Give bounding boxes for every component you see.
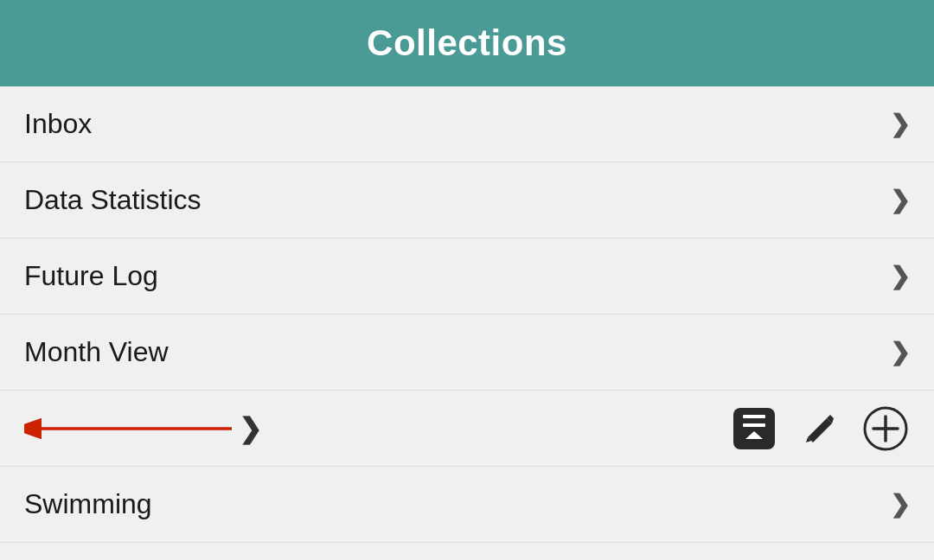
svg-rect-2 xyxy=(733,408,775,449)
list-item-future-log[interactable]: Future Log ❯ xyxy=(0,239,934,315)
inbox-button[interactable] xyxy=(730,404,778,453)
chevron-right-icon-inbox: ❯ xyxy=(890,110,910,138)
list-item-month-view[interactable]: Month View ❯ xyxy=(0,315,934,391)
chevron-right-icon-data-statistics: ❯ xyxy=(890,186,910,214)
nav-chevron-icon[interactable]: ❯ xyxy=(239,412,262,445)
inbox-download-icon xyxy=(732,406,777,451)
chevron-right-icon-future-log: ❯ xyxy=(890,262,910,290)
list-item-label-data-statistics: Data Statistics xyxy=(24,184,202,216)
list-item-label-swimming: Swimming xyxy=(24,488,152,520)
red-left-arrow-icon xyxy=(24,411,232,446)
list-item-label-inbox: Inbox xyxy=(24,108,92,140)
chevron-right-icon-month-view: ❯ xyxy=(890,338,910,366)
pencil-icon xyxy=(801,410,839,448)
edit-button[interactable] xyxy=(796,404,844,453)
list-item-label-future-log: Future Log xyxy=(24,260,158,292)
svg-rect-3 xyxy=(743,415,765,418)
navigation-arrow-area: ❯ xyxy=(24,411,262,446)
toolbar-icons xyxy=(730,404,910,453)
list-item-data-statistics[interactable]: Data Statistics ❯ xyxy=(0,162,934,239)
page-title: Collections xyxy=(367,22,567,64)
add-circle-icon xyxy=(862,405,909,452)
svg-rect-4 xyxy=(743,423,765,427)
collections-list: Inbox ❯ Data Statistics ❯ Future Log ❯ M… xyxy=(0,86,934,543)
list-item-label-month-view: Month View xyxy=(24,336,169,368)
add-button[interactable] xyxy=(861,404,910,453)
chevron-right-icon-swimming: ❯ xyxy=(890,490,910,519)
app-container: Collections Inbox ❯ Data Statistics ❯ Fu… xyxy=(0,0,934,543)
page-header: Collections xyxy=(0,0,934,86)
toolbar-row: ❯ xyxy=(0,391,934,467)
list-item-inbox[interactable]: Inbox ❯ xyxy=(0,86,934,162)
list-item-swimming[interactable]: Swimming ❯ xyxy=(0,467,934,543)
